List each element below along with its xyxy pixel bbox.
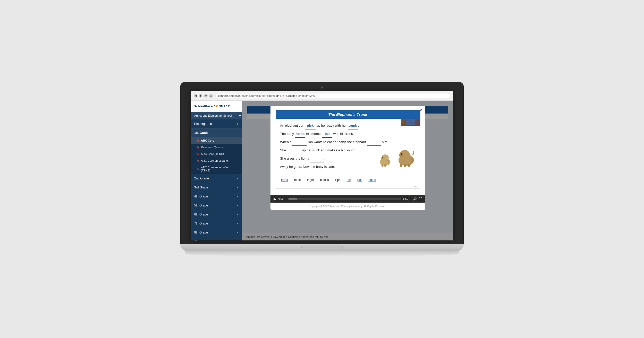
word-bank: trunk male fright blocks flips tail pick… [276, 175, 420, 185]
refresh-button[interactable]: ↻ [204, 94, 208, 98]
sidebar-item-arc-core-label: ARC Core [201, 139, 214, 142]
bookmark-icon-rq: 🔖 [196, 146, 199, 149]
sidebar-item-arc-core-teks-label: ARC Core (TEKS) [201, 152, 224, 155]
blank-3a[interactable] [292, 139, 307, 146]
progress-bar-fill [288, 198, 297, 200]
main-content: ✕ [242, 101, 453, 240]
blank-tail[interactable]: tail [322, 131, 332, 138]
grade-item-kindergarten: Kindergarten ∨ [191, 119, 242, 128]
word-fright[interactable]: fright [306, 178, 315, 182]
svg-rect-3 [382, 164, 383, 167]
elephant-large-svg [394, 148, 417, 167]
chevron-6th: ∨ [237, 213, 239, 216]
grade-label-5thgrade: 5th Grade [194, 204, 208, 207]
bookmark-icon-espteks: 🔖 [196, 167, 199, 170]
grade-header-5thgrade[interactable]: 5th Grade ∨ [191, 201, 242, 210]
bookmark-icon-teks: 🔖 [196, 152, 199, 155]
bookmark-icon: 🔖 [196, 139, 199, 142]
screen-bezel: ◀ ▶ ↻ ⌂ connect.americanreading.com/cour… [180, 82, 464, 244]
reading-title: The Elephant's Trunk [328, 112, 367, 117]
sidebar-item-arc-core-espanol-teks-label: ARC Core en español (TEKS) [201, 166, 239, 172]
modal-body: The Elephant's Trunk An elephant can pic… [270, 106, 425, 195]
reading-card-header: The Elephant's Trunk [276, 110, 420, 119]
video-controls: ▶ 0:00 6:59 🔊 ⛶ [270, 195, 425, 203]
browser-controls: ◀ ▶ ↻ ⌂ [194, 94, 213, 98]
hamburger-icon[interactable]: ☰ [235, 104, 239, 109]
modal: ✕ [270, 106, 425, 210]
grade-label-2ndgrade: 2nd Grade [194, 177, 209, 180]
word-tail[interactable]: tail [346, 178, 352, 182]
grade-label-kindergarten: Kindergarten [194, 122, 212, 126]
sidebar-item-arc-core-espanol[interactable]: 🔖 ARC Core en español [191, 157, 242, 164]
grade-header-4thgrade[interactable]: 4th Grade ∨ [191, 192, 242, 201]
grade-header-7thgrade[interactable]: 7th Grade ∨ [191, 219, 242, 228]
laptop-container: ◀ ▶ ↻ ⌂ connect.americanreading.com/cour… [180, 82, 464, 256]
back-button[interactable]: ◀ [194, 94, 197, 98]
blank-trunk[interactable]: trunk [348, 122, 358, 129]
svg-rect-10 [404, 164, 406, 167]
blank-pick[interactable]: pick [305, 122, 316, 129]
modal-footer: Copyright © 2022 American Reading Compan… [270, 203, 425, 210]
grade-item-8thgrade: 8th Grade ∨ [191, 228, 242, 237]
grade-label-7thgrade: 7th Grade [194, 222, 208, 225]
reading-card-content: An elephant can pick up her baby with he… [276, 119, 420, 175]
volume-icon[interactable]: 🔊 [413, 197, 417, 201]
sidebar-item-arc-core-teks[interactable]: 🔖 ARC Core (TEKS) [191, 151, 242, 157]
sidebar: SchoolPace C⚙NNECT ☰ Armstrong Elementar… [191, 101, 242, 240]
sidebar-item-research-quests[interactable]: 🔖 Research Quests [191, 144, 242, 151]
copyright-text: Copyright © 2022 American Reading Compan… [309, 205, 387, 208]
word-male[interactable]: male [293, 178, 302, 182]
fullscreen-icon[interactable]: ⛶ [419, 197, 422, 201]
svg-rect-11 [408, 164, 410, 167]
address-bar[interactable]: connect.americanreading.com/course?cours… [215, 93, 450, 98]
svg-rect-4 [384, 164, 386, 167]
blank-4[interactable] [287, 147, 301, 154]
grade-item-4thgrade: 4th Grade ∨ [191, 192, 242, 201]
grade-header-irla[interactable]: IRLA ∨ [191, 237, 242, 240]
grade-header-3rdgrade[interactable]: 3rd Grade ∨ [191, 183, 242, 192]
logo-school: SchoolPace [194, 104, 213, 108]
grade-header-6thgrade[interactable]: 6th Grade ∨ [191, 210, 242, 219]
word-pick[interactable]: pick [356, 178, 363, 182]
sidebar-logo: SchoolPace C⚙NNECT ☰ [191, 101, 242, 112]
close-button[interactable]: ✕ [419, 108, 422, 113]
chevron-8th: ∨ [237, 231, 239, 234]
sidebar-item-arc-core[interactable]: 🔖 ARC Core [191, 137, 242, 144]
logo-connect: C⚙NNECT [214, 105, 230, 108]
sidebar-item-arc-core-espanol-teks[interactable]: 🔖 ARC Core en español (TEKS) [191, 164, 242, 174]
grade-header-kindergarten[interactable]: Kindergarten ∨ [191, 119, 242, 128]
word-blocks[interactable]: blocks [319, 178, 330, 182]
grade-header-1stgrade[interactable]: 1st Grade › [191, 128, 242, 137]
blank-3b[interactable] [367, 139, 381, 146]
word-trunk[interactable]: trunk [280, 178, 289, 182]
time-total: 6:59 [403, 197, 411, 200]
play-button[interactable]: ▶ [274, 197, 276, 201]
page-number: 202 [276, 185, 420, 188]
trackpad[interactable] [301, 246, 343, 249]
home-button[interactable]: ⌂ [209, 94, 213, 98]
laptop-base [180, 244, 464, 251]
grade-header-8thgrade[interactable]: 8th Grade ∨ [191, 228, 242, 237]
blank-holds[interactable]: holds [295, 131, 305, 138]
svg-rect-9 [400, 164, 402, 167]
browser-window: ◀ ▶ ↻ ⌂ connect.americanreading.com/cour… [191, 91, 453, 240]
reading-card: The Elephant's Trunk An elephant can pic… [276, 110, 420, 189]
submenu-1stgrade: 🔖 ARC Core 🔖 Research Quests 🔖 ARC Core … [191, 137, 242, 174]
grade-header-2ndgrade[interactable]: 2nd Grade ∨ [191, 174, 242, 183]
chevron-down-icon: ∨ [237, 122, 239, 125]
grade-item-3rdgrade: 3rd Grade ∨ [191, 183, 242, 192]
chevron-7th: ∨ [237, 222, 239, 225]
laptop-shadow [185, 251, 459, 256]
grade-label-8thgrade: 8th Grade [194, 231, 208, 234]
word-flips[interactable]: flips [334, 178, 341, 182]
grade-item-6thgrade: 6th Grade ∨ [191, 210, 242, 219]
blank-5[interactable] [310, 155, 324, 162]
elephant-small-svg [377, 153, 393, 167]
grade-item-2ndgrade: 2nd Grade ∨ [191, 174, 242, 183]
sidebar-item-arc-core-espanol-label: ARC Core en español [201, 159, 228, 162]
forward-button[interactable]: ▶ [199, 94, 202, 98]
word-holds[interactable]: holds [368, 178, 377, 182]
school-select[interactable]: Armstrong Elementary School [191, 112, 242, 119]
progress-bar[interactable] [288, 198, 401, 200]
modal-overlay: ✕ [242, 101, 453, 240]
